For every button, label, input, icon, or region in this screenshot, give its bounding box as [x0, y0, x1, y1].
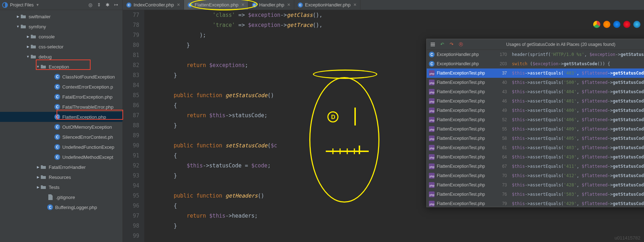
usage-file: FlattenExceptionTest.php: [437, 127, 497, 132]
tree-label: css-selector: [39, 44, 63, 49]
close-icon[interactable]: ✕: [177, 3, 180, 7]
usage-line: 61: [497, 145, 512, 150]
editor-tab[interactable]: CHandler.php✕: [248, 0, 294, 10]
hide-icon[interactable]: ↦: [112, 1, 120, 9]
tree-label: BufferingLogger.php: [55, 205, 97, 210]
tree-arrow-icon[interactable]: [36, 165, 40, 169]
folder-icon: [40, 63, 47, 70]
tree-label: OutOfMemoryException: [62, 124, 112, 130]
usage-code: $this->assertEquals('429', $flattened->g…: [512, 201, 644, 206]
php-file-icon: php: [429, 117, 435, 123]
usage-row[interactable]: phpFlattenExceptionTest.php55$this->asse…: [427, 124, 644, 134]
usage-row[interactable]: phpFlattenExceptionTest.php46$this->asse…: [427, 96, 644, 106]
usage-row[interactable]: phpFlattenExceptionTest.php73$this->asse…: [427, 180, 644, 190]
usage-code: header(sprintf('HTTP/1.0 %s', $exception…: [512, 52, 644, 57]
usage-row[interactable]: phpFlattenExceptionTest.php49$this->asse…: [427, 106, 644, 115]
usage-row[interactable]: phpFlattenExceptionTest.php61$this->asse…: [427, 143, 644, 152]
usage-row[interactable]: phpFlattenExceptionTest.php70$this->asse…: [427, 171, 644, 180]
tree-label: console: [39, 34, 55, 39]
usage-row[interactable]: phpFlattenExceptionTest.php43$this->asse…: [427, 87, 644, 96]
usage-code: $this->assertEquals('411', $flattened->g…: [512, 164, 644, 169]
code-line[interactable]: 'trace' => $exception->getTrace(),: [148, 20, 644, 30]
tree-item[interactable]: COutOfMemoryException: [0, 122, 122, 132]
tree-item[interactable]: Tests: [0, 182, 122, 192]
editor-tab[interactable]: CFlattenException.php✕: [184, 0, 248, 10]
usage-row[interactable]: phpFlattenExceptionTest.php52$this->asse…: [427, 115, 644, 124]
gear-icon[interactable]: ✱: [104, 1, 111, 9]
tree-label: SilencedErrorContext.ph: [62, 134, 113, 140]
php-file-icon: php: [429, 182, 435, 188]
usage-row[interactable]: phpFlattenExceptionTest.php67$this->asse…: [427, 162, 644, 171]
tree-item[interactable]: CFatalErrorException.php: [0, 92, 122, 102]
opera-icon[interactable]: [623, 21, 630, 28]
close-icon[interactable]: ✕: [353, 3, 357, 7]
tree-item[interactable]: CUndefinedMethodExcept: [0, 152, 122, 162]
usage-line: 79: [497, 201, 512, 206]
tree-arrow-icon[interactable]: [26, 45, 30, 48]
firefox-icon[interactable]: [603, 21, 610, 28]
tree-item[interactable]: CSilencedErrorContext.ph: [0, 132, 122, 142]
tree-item[interactable]: console: [0, 32, 122, 42]
code-line[interactable]: [148, 231, 644, 241]
tree-item[interactable]: Resources: [0, 172, 122, 182]
tree-arrow-icon[interactable]: [36, 65, 40, 68]
usage-row[interactable]: CExceptionHandler.php170header(sprintf('…: [427, 50, 644, 59]
tree-arrow-icon[interactable]: [36, 175, 40, 179]
usage-row[interactable]: CExceptionHandler.php203switch ($excepti…: [427, 59, 644, 68]
project-tree[interactable]: swiftmailersymfonyconsolecss-selectordeb…: [0, 10, 122, 242]
usage-file: FlattenExceptionTest.php: [437, 108, 497, 113]
tree-item[interactable]: CFatalThrowableError.php: [0, 102, 122, 112]
tree-item[interactable]: CContextErrorException.p: [0, 82, 122, 92]
close-icon[interactable]: ✕: [287, 3, 290, 7]
usage-file: FlattenExceptionTest.php: [437, 99, 497, 104]
tree-arrow-icon[interactable]: [26, 35, 30, 38]
editor-tab[interactable]: CExceptionHandler.php✕: [294, 0, 360, 10]
tree-item[interactable]: .gitignore: [0, 192, 122, 202]
locate-icon[interactable]: ◎: [87, 1, 94, 9]
editor-tab[interactable]: CIndexController.php✕: [123, 0, 184, 10]
svg-text:php: php: [430, 81, 435, 85]
tree-item[interactable]: CBufferingLogger.php: [0, 202, 122, 212]
usage-row[interactable]: phpFlattenExceptionTest.php76$this->asse…: [427, 190, 644, 199]
tree-item[interactable]: symfony: [0, 22, 122, 32]
tree-arrow-icon[interactable]: [16, 25, 20, 28]
usage-code: $this->assertEquals('404', $flattened->g…: [512, 89, 644, 94]
usage-row[interactable]: phpFlattenExceptionTest.php79$this->asse…: [427, 199, 644, 207]
ie-icon[interactable]: [633, 21, 640, 28]
code-line[interactable]: }: [148, 221, 644, 231]
code-line[interactable]: 'class' => $exception->getClass(),: [148, 10, 644, 20]
usage-row[interactable]: phpFlattenExceptionTest.php58$this->asse…: [427, 134, 644, 143]
tree-item[interactable]: css-selector: [0, 42, 122, 52]
usages-list[interactable]: CExceptionHandler.php170header(sprintf('…: [427, 50, 644, 207]
php-file-icon: php: [429, 191, 435, 197]
tree-item[interactable]: swiftmailer: [0, 11, 122, 22]
tree-item[interactable]: Exception: [0, 62, 122, 72]
prev-icon[interactable]: ↶: [438, 40, 446, 49]
usage-line: 55: [497, 127, 512, 132]
next-icon[interactable]: ↷: [447, 40, 456, 49]
collapse-icon[interactable]: ⇕: [95, 1, 102, 9]
tree-arrow-icon[interactable]: [16, 15, 20, 18]
code-line[interactable]: return $this->headers;: [148, 211, 644, 221]
safari-icon[interactable]: [613, 21, 620, 28]
tree-item[interactable]: CFlattenException.php: [0, 112, 122, 122]
tree-arrow-icon[interactable]: [36, 185, 40, 189]
usage-file: FlattenExceptionTest.php: [437, 164, 497, 169]
close-icon[interactable]: ✕: [241, 3, 244, 7]
chrome-icon[interactable]: [593, 21, 600, 28]
usage-row[interactable]: phpFlattenExceptionTest.php40$this->asse…: [427, 78, 644, 87]
tree-item[interactable]: CUndefinedFunctionExcep: [0, 142, 122, 152]
filter-icon[interactable]: ⦿: [456, 40, 465, 49]
tree-item[interactable]: FatalErrorHandler: [0, 162, 122, 172]
folder-icon: [20, 13, 26, 20]
usage-row[interactable]: phpFlattenExceptionTest.php37$this->asse…: [427, 68, 644, 78]
dropdown-icon[interactable]: ▼: [36, 3, 39, 7]
tree-item[interactable]: CClassNotFoundException: [0, 72, 122, 82]
usage-row[interactable]: phpFlattenExceptionTest.php64$this->asse…: [427, 152, 644, 162]
project-title[interactable]: Project Files: [10, 3, 34, 8]
usage-line: 170: [497, 52, 512, 57]
folder-icon: [20, 23, 26, 30]
tree-item[interactable]: debug: [0, 52, 122, 62]
tree-arrow-icon[interactable]: [26, 55, 30, 58]
settings-icon[interactable]: [428, 40, 437, 49]
